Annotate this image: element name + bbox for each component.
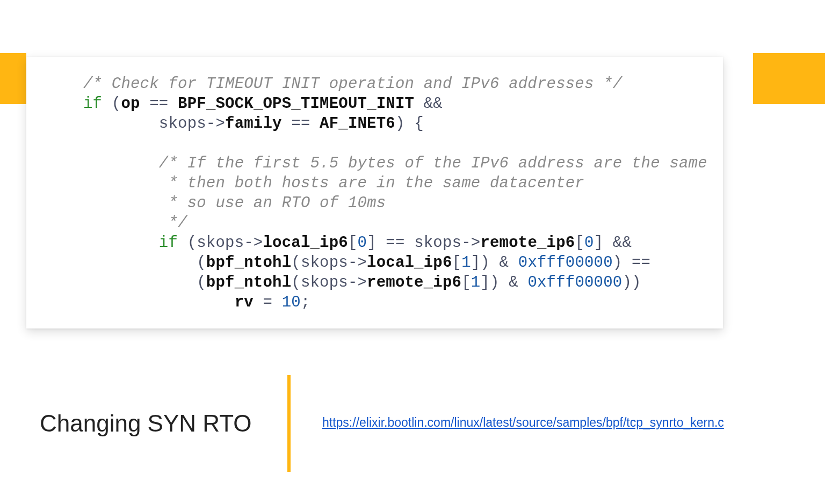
code-number: 0xfff00000 bbox=[518, 254, 613, 272]
code-indent bbox=[83, 174, 168, 192]
code-ident: remote_ip6 bbox=[480, 234, 575, 252]
code-ident: op bbox=[121, 95, 140, 113]
divider-vertical bbox=[287, 375, 291, 472]
code-ident: local_ip6 bbox=[367, 254, 452, 272]
code-indent bbox=[83, 194, 168, 212]
code-ident: bpf_ntohl bbox=[206, 254, 291, 272]
code-text: ] == skops-> bbox=[367, 234, 480, 252]
code-text: ( bbox=[102, 95, 121, 113]
code-indent: ( bbox=[83, 274, 206, 291]
code-text: [ bbox=[575, 234, 584, 252]
code-indent bbox=[83, 115, 159, 133]
code-number: 10 bbox=[282, 294, 301, 311]
code-comment: /* Check for TIMEOUT INIT operation and … bbox=[83, 75, 622, 93]
code-number: 0 bbox=[358, 234, 367, 252]
code-number: 1 bbox=[461, 254, 471, 272]
code-ident: rv bbox=[235, 294, 254, 311]
code-text: ) { bbox=[395, 115, 424, 133]
slide-title: Changing SYN RTO bbox=[40, 410, 252, 437]
accent-bar-right bbox=[753, 53, 825, 104]
code-indent bbox=[83, 155, 159, 172]
code-text: [ bbox=[461, 274, 471, 291]
slide-footer: Changing SYN RTO https://elixir.bootlin.… bbox=[0, 375, 825, 472]
accent-bar-left bbox=[0, 53, 26, 104]
code-indent bbox=[83, 294, 235, 311]
code-number: 0 bbox=[584, 234, 594, 252]
code-const: BPF_SOCK_OPS_TIMEOUT_INIT bbox=[178, 95, 414, 113]
code-keyword-if: if bbox=[83, 95, 102, 113]
code-text: ]) & bbox=[480, 274, 527, 291]
code-text: ] && bbox=[594, 234, 632, 252]
code-text: == bbox=[282, 115, 320, 133]
code-block: /* Check for TIMEOUT INIT operation and … bbox=[83, 74, 712, 312]
code-number: 1 bbox=[471, 274, 481, 291]
code-indent bbox=[83, 214, 168, 232]
code-text: ; bbox=[301, 294, 310, 311]
source-link[interactable]: https://elixir.bootlin.com/linux/latest/… bbox=[322, 415, 724, 430]
code-const: AF_INET6 bbox=[320, 115, 395, 133]
code-text: == bbox=[140, 95, 178, 113]
code-text: (skops-> bbox=[291, 254, 367, 272]
code-text: ]) & bbox=[471, 254, 518, 272]
code-text: (skops-> bbox=[178, 234, 263, 252]
code-comment: * so use an RTO of 10ms bbox=[168, 194, 386, 212]
code-text: [ bbox=[348, 234, 358, 252]
code-ident: remote_ip6 bbox=[367, 274, 461, 291]
code-text: = bbox=[254, 294, 282, 311]
code-text: ) == bbox=[613, 254, 650, 272]
code-keyword-if: if bbox=[159, 234, 178, 252]
code-text: )) bbox=[622, 274, 641, 291]
code-ident: bpf_ntohl bbox=[206, 274, 291, 291]
code-number: 0xfff00000 bbox=[527, 274, 622, 291]
code-comment: * then both hosts are in the same datace… bbox=[168, 174, 584, 192]
code-comment: */ bbox=[168, 214, 187, 232]
code-text: && bbox=[414, 95, 443, 113]
code-card: /* Check for TIMEOUT INIT operation and … bbox=[26, 57, 723, 328]
code-indent bbox=[83, 234, 159, 252]
code-ident: local_ip6 bbox=[263, 234, 348, 252]
code-text: [ bbox=[452, 254, 462, 272]
code-indent: ( bbox=[83, 254, 206, 272]
code-ident: family bbox=[225, 115, 282, 133]
slide: /* Check for TIMEOUT INIT operation and … bbox=[0, 0, 825, 504]
code-comment: /* If the first 5.5 bytes of the IPv6 ad… bbox=[159, 155, 707, 172]
code-text: skops-> bbox=[159, 115, 225, 133]
code-text: (skops-> bbox=[291, 274, 367, 291]
